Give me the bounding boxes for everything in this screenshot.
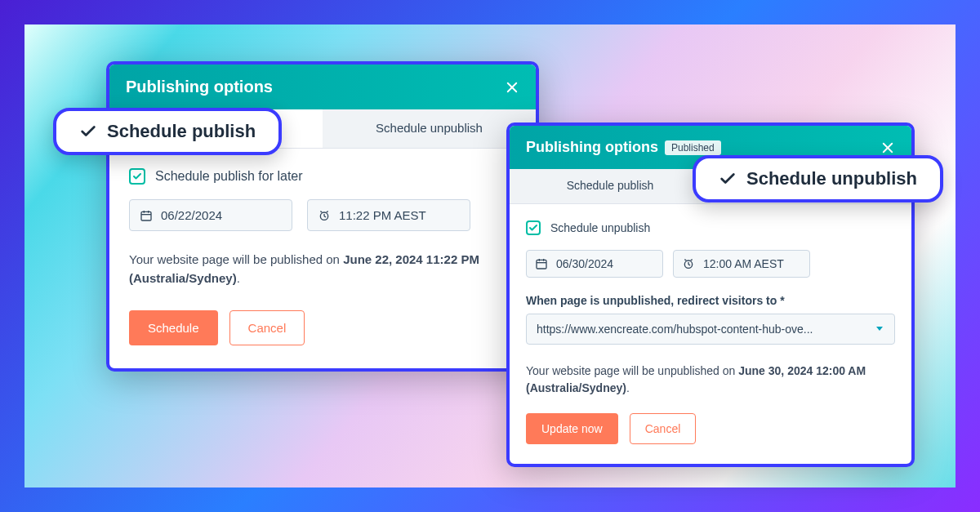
svg-line-20 [684,260,686,260]
schedule-publish-checkbox-row[interactable]: Schedule publish for later [129,168,516,185]
close-button[interactable] [505,80,519,95]
modal-title: Publishing options [526,139,658,156]
schedule-unpublish-checkbox-row[interactable]: Schedule unpublish [526,220,895,235]
clock-icon [682,257,695,270]
cancel-button[interactable]: Cancel [630,413,697,444]
svg-line-9 [320,211,322,211]
time-input[interactable]: 11:22 PM AEST [307,199,470,231]
date-value: 06/22/2024 [161,208,222,222]
check-icon [132,171,142,181]
redirect-value: https://www.xencreate.com/hubspot-conten… [537,323,813,336]
close-button[interactable] [880,140,895,155]
redirect-select[interactable]: https://www.xencreate.com/hubspot-conten… [526,314,895,345]
svg-line-21 [691,260,693,260]
svg-line-8 [324,216,326,216]
callout-schedule-unpublish: Schedule unpublish [693,155,943,203]
checkbox-label: Schedule publish for later [155,169,303,184]
calendar-icon [535,257,548,270]
update-now-button[interactable]: Update now [526,413,618,444]
checkbox-label: Schedule unpublish [550,221,650,234]
time-input[interactable]: 12:00 AM AEST [673,250,810,278]
date-input[interactable]: 06/30/2024 [526,250,663,278]
schedule-button[interactable]: Schedule [129,310,218,345]
publish-explanation: Your website page will be published on J… [129,251,516,287]
date-value: 06/30/2024 [556,257,613,270]
published-badge: Published [665,140,721,155]
redirect-label: When page is unpublished, redirect visit… [526,294,895,307]
time-value: 12:00 AM AEST [703,257,784,270]
svg-line-10 [327,211,328,211]
cancel-button[interactable]: Cancel [229,310,305,345]
modal-title: Publishing options [126,78,273,96]
chevron-down-icon [875,323,884,336]
svg-rect-13 [537,260,546,269]
checkbox-icon [526,220,541,235]
close-icon [505,80,519,95]
calendar-icon [140,209,153,222]
check-icon [528,223,538,233]
callout-label: Schedule unpublish [746,168,917,189]
checkbox-icon [129,168,145,185]
tab-schedule-unpublish[interactable]: Schedule unpublish [323,109,536,148]
svg-rect-2 [141,211,151,220]
svg-line-19 [688,265,690,265]
date-input[interactable]: 06/22/2024 [129,199,292,231]
close-icon [880,140,895,155]
check-icon [719,170,737,188]
callout-schedule-publish: Schedule publish [53,108,282,155]
time-value: 11:22 PM AEST [339,208,426,222]
check-icon [79,122,97,140]
tab-schedule-publish[interactable]: Schedule publish [510,169,710,203]
clock-icon [318,209,331,222]
unpublish-explanation: Your website page will be unpublished on… [526,363,895,397]
callout-label: Schedule publish [107,121,256,142]
svg-marker-22 [876,327,883,331]
modal-header: Publishing options [109,65,536,109]
